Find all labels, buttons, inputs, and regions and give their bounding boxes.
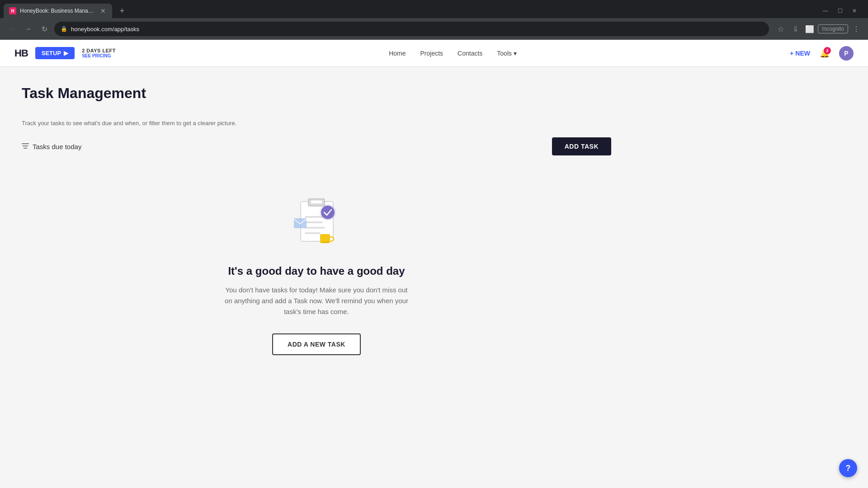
- incognito-badge: Incognito: [818, 24, 848, 33]
- see-pricing-link[interactable]: SEE PRICING: [82, 53, 116, 58]
- app-logo: HB: [14, 47, 28, 59]
- svg-rect-9: [305, 232, 321, 234]
- bookmark-icon[interactable]: ☆: [774, 23, 787, 35]
- browser-chrome: H HoneyBook: Business Managem... ✕ + — ☐…: [0, 0, 868, 40]
- download-icon[interactable]: ⇩: [789, 23, 802, 35]
- setup-arrow-icon: ▶: [64, 50, 68, 56]
- task-illustration: [285, 193, 348, 252]
- svg-rect-13: [321, 242, 329, 243]
- svg-rect-7: [305, 221, 323, 223]
- filter-section: Tasks due today: [22, 143, 81, 150]
- new-tab-button[interactable]: +: [116, 5, 128, 17]
- svg-rect-8: [305, 227, 325, 229]
- svg-point-11: [321, 206, 335, 219]
- tab-bar: H HoneyBook: Business Managem... ✕ + — ☐…: [0, 0, 868, 18]
- active-tab[interactable]: H HoneyBook: Business Managem... ✕: [4, 4, 112, 18]
- tab-close-button[interactable]: ✕: [99, 7, 107, 14]
- tab-favicon: H: [9, 7, 16, 14]
- page-description: Track your tasks to see what's due and w…: [22, 120, 611, 127]
- browser-toolbar: ← → ↻ 🔒 honeybook.com/app/tasks ☆ ⇩ ⬜ In…: [0, 18, 868, 40]
- add-new-task-button[interactable]: ADD A NEW TASK: [272, 333, 361, 355]
- page-content: Task Management Track your tasks to see …: [0, 67, 633, 400]
- nav-projects[interactable]: Projects: [420, 50, 443, 57]
- address-bar[interactable]: 🔒 honeybook.com/app/tasks: [54, 22, 769, 36]
- trial-days-text: 2 DAYS LEFT: [82, 48, 116, 53]
- refresh-button[interactable]: ↻: [38, 23, 51, 35]
- trial-info: 2 DAYS LEFT SEE PRICING: [82, 48, 116, 58]
- new-button[interactable]: + NEW: [790, 50, 810, 57]
- nav-contacts[interactable]: Contacts: [458, 50, 482, 57]
- empty-state-description: You don't have tasks for today! Make sur…: [222, 285, 411, 317]
- filter-label[interactable]: Tasks due today: [33, 143, 81, 150]
- task-controls: Tasks due today ADD TASK: [22, 137, 611, 155]
- svg-rect-5: [311, 200, 322, 204]
- avatar[interactable]: P: [839, 46, 854, 61]
- lock-icon: 🔒: [61, 26, 67, 32]
- header-left: HB SETUP ▶ 2 DAYS LEFT SEE PRICING: [14, 47, 116, 59]
- app-header: HB SETUP ▶ 2 DAYS LEFT SEE PRICING Home …: [0, 40, 868, 67]
- nav-tools-dropdown[interactable]: Tools ▾: [497, 50, 517, 57]
- setup-label: SETUP: [42, 50, 61, 56]
- setup-button[interactable]: SETUP ▶: [35, 47, 75, 59]
- page-title: Task Management: [22, 85, 611, 102]
- empty-state: It's a good day to have a good day You d…: [22, 166, 611, 382]
- notification-badge: 2: [824, 47, 831, 54]
- minimize-button[interactable]: —: [819, 5, 832, 17]
- close-window-button[interactable]: ✕: [848, 5, 861, 17]
- empty-state-title: It's a good day to have a good day: [228, 265, 405, 277]
- nav-tools-label: Tools: [497, 50, 512, 57]
- help-button[interactable]: ?: [839, 459, 857, 477]
- toolbar-icons: ☆ ⇩ ⬜ Incognito ⋮: [774, 23, 863, 35]
- header-right: + NEW 🔔 2 P: [790, 46, 854, 61]
- address-text: honeybook.com/app/tasks: [71, 26, 763, 33]
- extensions-icon[interactable]: ⬜: [803, 23, 816, 35]
- back-button[interactable]: ←: [5, 23, 18, 35]
- filter-icon: [22, 143, 29, 150]
- nav-home[interactable]: Home: [389, 50, 406, 57]
- app-wrapper: HB SETUP ▶ 2 DAYS LEFT SEE PRICING Home …: [0, 40, 868, 488]
- tab-title: HoneyBook: Business Managem...: [20, 8, 96, 14]
- tools-chevron-icon: ▾: [514, 50, 517, 57]
- window-controls: — ☐ ✕: [816, 5, 864, 17]
- svg-rect-14: [294, 218, 307, 228]
- maximize-button[interactable]: ☐: [834, 5, 846, 17]
- forward-button[interactable]: →: [22, 23, 34, 35]
- notifications-button[interactable]: 🔔 2: [817, 46, 832, 61]
- menu-icon[interactable]: ⋮: [850, 23, 863, 35]
- add-task-button[interactable]: ADD TASK: [552, 137, 611, 155]
- app-nav: Home Projects Contacts Tools ▾: [389, 50, 517, 57]
